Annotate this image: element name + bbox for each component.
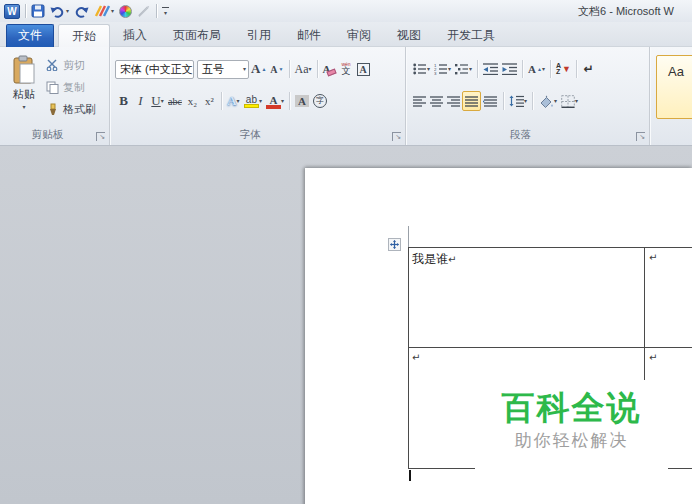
group-paragraph: ▾ 1 2 3 ▾ bbox=[406, 47, 650, 145]
text-highlight-button[interactable]: ab ▾ bbox=[242, 91, 264, 111]
tab-file[interactable]: 文件 bbox=[6, 24, 54, 47]
tab-mailings[interactable]: 邮件 bbox=[284, 24, 334, 48]
dropdown-arrow-icon[interactable]: ▾ bbox=[66, 8, 69, 14]
up-arrow-icon: ▲ bbox=[261, 66, 266, 72]
font-name-combo[interactable]: 宋体 (中文正文 ▾ bbox=[115, 60, 194, 79]
customize-bar bbox=[162, 7, 169, 8]
decrease-indent-button[interactable] bbox=[481, 59, 500, 79]
dropdown-arrow-icon[interactable]: ▾ bbox=[237, 98, 240, 104]
shading-button[interactable]: ▾ bbox=[536, 91, 559, 111]
sort-button[interactable]: A Z ▼ bbox=[554, 59, 573, 79]
font-color-button[interactable]: A ▾ bbox=[264, 91, 286, 111]
clipboard-dialog-launcher[interactable]: ↘ bbox=[96, 132, 105, 141]
pen-icon bbox=[137, 5, 151, 18]
word-app-icon[interactable]: W bbox=[4, 4, 20, 19]
asian-layout-button[interactable]: A ▲ ▾ bbox=[526, 59, 547, 79]
dropdown-arrow-icon[interactable]: ▾ bbox=[554, 98, 557, 104]
cut-button[interactable]: 剪切 bbox=[46, 57, 96, 73]
table-move-handle[interactable] bbox=[388, 238, 401, 251]
paste-button[interactable]: 粘贴 ▾ bbox=[6, 55, 42, 125]
phonetic-guide-button[interactable]: wén 文 bbox=[338, 59, 355, 79]
decrease-indent-icon bbox=[483, 63, 498, 75]
bullets-icon bbox=[413, 63, 427, 75]
dropdown-arrow-icon[interactable]: ▾ bbox=[259, 98, 262, 104]
format-painter-button[interactable]: 格式刷 bbox=[46, 101, 96, 117]
grow-font-button[interactable]: A ▲ bbox=[249, 59, 268, 79]
align-center-icon bbox=[430, 96, 443, 107]
table-cell-r2c1[interactable]: ↵ bbox=[412, 352, 420, 363]
table-cell-r1c2[interactable]: ↵ bbox=[649, 252, 657, 263]
undo-button[interactable]: ▾ bbox=[50, 5, 69, 18]
table-cell-r1c1[interactable]: 我是谁↵ bbox=[412, 251, 456, 268]
table-border-top bbox=[408, 247, 692, 248]
divider bbox=[289, 60, 290, 78]
document-page[interactable]: 我是谁↵ ↵ ↵ ↵ 百科全说 助你轻松解决 bbox=[305, 168, 692, 504]
show-hide-marks-button[interactable]: ↵ bbox=[580, 59, 597, 79]
customize-qat-button[interactable]: ▾ bbox=[162, 7, 169, 16]
change-case-button[interactable]: Aa ▾ bbox=[293, 59, 314, 79]
multilevel-list-icon bbox=[455, 63, 469, 75]
tab-home[interactable]: 开始 bbox=[58, 24, 110, 49]
font-size-combo[interactable]: 五号 ▾ bbox=[197, 60, 249, 79]
save-button[interactable] bbox=[31, 4, 45, 18]
tab-insert[interactable]: 插入 bbox=[110, 24, 160, 48]
color-wheel-icon[interactable] bbox=[119, 5, 132, 18]
dropdown-arrow-icon[interactable]: ▾ bbox=[111, 8, 114, 14]
clear-formatting-button[interactable]: A bbox=[321, 59, 338, 79]
numbering-button[interactable]: 1 2 3 ▾ bbox=[432, 59, 453, 79]
dropdown-arrow-icon[interactable]: ▾ bbox=[161, 98, 164, 104]
clipboard-icon bbox=[12, 55, 36, 85]
subscript-button[interactable]: x₂ bbox=[184, 91, 201, 111]
dropdown-arrow-icon[interactable]: ▾ bbox=[309, 66, 312, 72]
text-effects-button[interactable]: A ▾ bbox=[225, 91, 242, 111]
ink-brush-button[interactable]: ▾ bbox=[94, 4, 114, 18]
justify-button[interactable] bbox=[462, 91, 481, 111]
tab-review[interactable]: 审阅 bbox=[334, 24, 384, 48]
multilevel-list-button[interactable]: ▾ bbox=[453, 59, 474, 79]
dropdown-arrow-icon[interactable]: ▾ bbox=[575, 98, 578, 104]
table-cell-r2c2[interactable]: ↵ bbox=[649, 352, 657, 363]
distribute-button[interactable] bbox=[481, 91, 500, 111]
style-gallery-item-selected[interactable]: Aa bbox=[656, 55, 692, 119]
character-shading-button[interactable]: A bbox=[293, 91, 311, 111]
phonetic-char: 文 bbox=[342, 67, 351, 76]
dropdown-arrow-icon[interactable]: ▾ bbox=[448, 66, 451, 72]
borders-button[interactable]: ▾ bbox=[559, 91, 580, 111]
sort-icon: A Z ▼ bbox=[556, 63, 571, 75]
line-spacing-button[interactable]: ▾ bbox=[507, 91, 529, 111]
font-dialog-launcher[interactable]: ↘ bbox=[392, 132, 401, 141]
bullets-button[interactable]: ▾ bbox=[411, 59, 432, 79]
paragraph-dialog-launcher[interactable]: ↘ bbox=[636, 132, 645, 141]
highlight-color-bar bbox=[244, 104, 259, 108]
bold-button[interactable]: B bbox=[115, 91, 132, 111]
underline-button[interactable]: U ▾ bbox=[149, 91, 166, 111]
shrink-font-button[interactable]: A ▼ bbox=[268, 59, 285, 79]
enclose-characters-button[interactable]: 字 bbox=[311, 91, 329, 111]
tab-view[interactable]: 视图 bbox=[384, 24, 434, 48]
distribute-icon bbox=[483, 96, 498, 107]
strikethrough-button[interactable]: abc bbox=[166, 91, 184, 111]
dropdown-arrow-icon[interactable]: ▾ bbox=[427, 66, 430, 72]
align-center-button[interactable] bbox=[428, 91, 445, 111]
align-left-button[interactable] bbox=[411, 91, 428, 111]
dropdown-arrow-icon[interactable]: ▾ bbox=[469, 66, 472, 72]
superscript-button[interactable]: x² bbox=[201, 91, 218, 111]
dropdown-arrow-icon[interactable]: ▾ bbox=[281, 98, 284, 104]
tab-page-layout[interactable]: 页面布局 bbox=[160, 24, 234, 48]
ink-brush-icon bbox=[94, 4, 110, 18]
character-border-button[interactable]: A bbox=[355, 59, 372, 79]
align-right-button[interactable] bbox=[445, 91, 462, 111]
dropdown-arrow-icon[interactable]: ▾ bbox=[524, 98, 527, 104]
dropdown-arrow-icon[interactable]: ▾ bbox=[22, 104, 25, 110]
copy-button[interactable]: 复制 bbox=[46, 79, 96, 95]
italic-button[interactable]: I bbox=[132, 91, 149, 111]
tab-references[interactable]: 引用 bbox=[234, 24, 284, 48]
asian-layout-letter: A bbox=[528, 63, 536, 75]
dropdown-arrow-icon[interactable]: ▾ bbox=[542, 66, 545, 72]
tab-developer[interactable]: 开发工具 bbox=[434, 24, 508, 48]
redo-button[interactable] bbox=[74, 5, 89, 18]
increase-indent-button[interactable] bbox=[500, 59, 519, 79]
font-color-icon: A bbox=[266, 94, 281, 109]
dropdown-arrow-icon[interactable]: ▾ bbox=[243, 66, 246, 72]
align-right-icon bbox=[447, 96, 460, 107]
